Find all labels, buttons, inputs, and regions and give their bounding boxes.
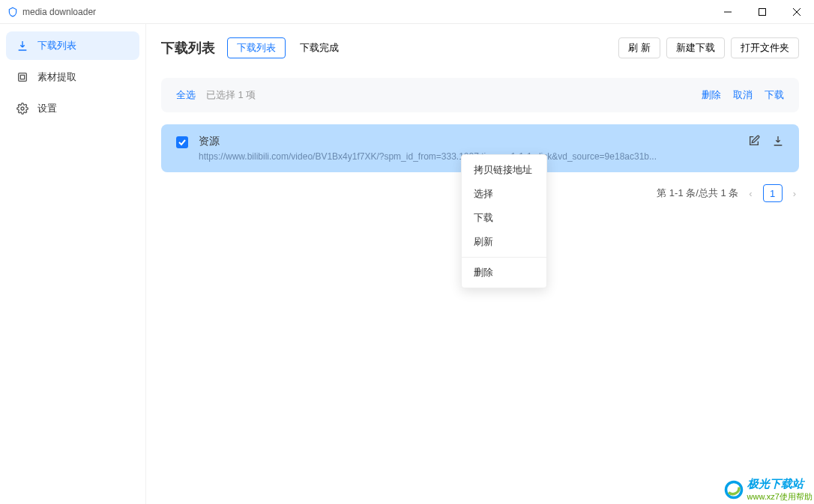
edit-icon[interactable] (748, 135, 760, 147)
open-folder-button[interactable]: 打开文件夹 (731, 37, 799, 58)
app-icon (7, 7, 18, 17)
selected-count-text: 已选择 1 项 (206, 88, 256, 102)
sidebar-item-extract[interactable]: 素材提取 (6, 63, 139, 91)
watermark-logo-icon (723, 479, 744, 500)
download-selected-button[interactable]: 下载 (765, 88, 784, 102)
tab-download-list[interactable]: 下载列表 (227, 37, 286, 58)
menu-download[interactable]: 下载 (462, 206, 546, 230)
item-checkbox[interactable] (176, 136, 188, 148)
maximize-button[interactable] (745, 0, 780, 24)
download-icon (16, 40, 28, 52)
pagination-summary: 第 1-1 条/总共 1 条 (657, 186, 738, 200)
selection-bar: 全选 已选择 1 项 删除 取消 下载 (161, 78, 799, 112)
page-number[interactable]: 1 (763, 184, 783, 202)
menu-refresh[interactable]: 刷新 (462, 230, 546, 254)
page-title: 下载列表 (161, 39, 215, 57)
close-button[interactable] (780, 0, 814, 24)
prev-page-button[interactable]: ‹ (746, 188, 755, 199)
new-download-button[interactable]: 新建下载 (666, 37, 725, 58)
sidebar-item-settings[interactable]: 设置 (6, 94, 139, 123)
menu-delete[interactable]: 删除 (462, 261, 546, 285)
context-menu: 拷贝链接地址 选择 下载 刷新 删除 (461, 154, 547, 288)
watermark-sub: www.xz7使用帮助 (747, 491, 813, 503)
sidebar-item-label: 下载列表 (37, 39, 76, 52)
extract-icon (16, 71, 28, 83)
item-title: 资源 (199, 135, 738, 148)
sidebar: 下载列表 素材提取 设置 (0, 24, 146, 504)
window-controls (711, 0, 814, 24)
content-header: 下载列表 下载列表 下载完成 刷 新 新建下载 打开文件夹 (161, 37, 799, 58)
watermark-brand: 极光下载站 (747, 477, 813, 491)
watermark: 极光下载站 www.xz7使用帮助 (723, 477, 813, 503)
sidebar-item-label: 设置 (37, 102, 57, 115)
gear-icon (16, 103, 28, 115)
menu-divider (462, 257, 546, 258)
delete-selected-button[interactable]: 删除 (702, 88, 721, 102)
svg-rect-1 (759, 8, 766, 15)
download-item-icon[interactable] (772, 135, 784, 147)
select-all-link[interactable]: 全选 (176, 88, 196, 102)
app-title: media downloader (22, 7, 711, 17)
tab-download-done[interactable]: 下载完成 (290, 37, 349, 58)
refresh-button[interactable]: 刷 新 (618, 37, 660, 58)
title-bar: media downloader (0, 0, 814, 24)
sidebar-item-download-list[interactable]: 下载列表 (6, 31, 139, 60)
sidebar-item-label: 素材提取 (37, 70, 76, 84)
svg-rect-5 (20, 75, 24, 79)
minimize-button[interactable] (711, 0, 745, 24)
menu-copy-link[interactable]: 拷贝链接地址 (462, 158, 546, 182)
svg-point-6 (21, 107, 24, 110)
svg-rect-4 (19, 73, 27, 82)
cancel-selected-button[interactable]: 取消 (733, 88, 753, 102)
next-page-button[interactable]: › (790, 188, 799, 199)
menu-select[interactable]: 选择 (462, 182, 546, 206)
